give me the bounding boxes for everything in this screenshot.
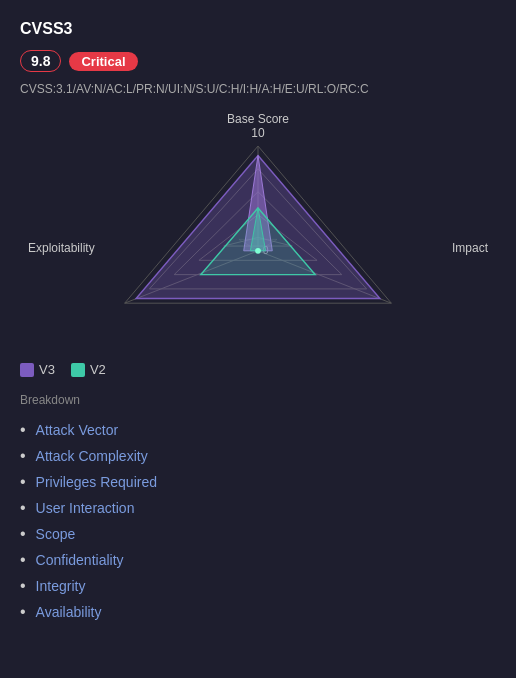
svg-point-14 bbox=[255, 248, 261, 254]
legend-v2-label: V2 bbox=[90, 362, 106, 377]
legend-row: V3 V2 bbox=[20, 362, 496, 377]
item-label: Privileges Required bbox=[36, 474, 157, 490]
radar-chart-container: Base Score 10 Exploitability Impact 0 bbox=[20, 112, 496, 342]
item-label: Integrity bbox=[36, 578, 86, 594]
item-label: Attack Vector bbox=[36, 422, 118, 438]
chart-label-top: Base Score 10 bbox=[227, 112, 289, 140]
badges-row: 9.8 Critical bbox=[20, 50, 496, 72]
severity-badge: Critical bbox=[69, 52, 137, 71]
chart-label-right: Impact bbox=[452, 241, 488, 255]
item-label: User Interaction bbox=[36, 500, 135, 516]
cvss-title: CVSS3 bbox=[20, 20, 496, 38]
item-label: Attack Complexity bbox=[36, 448, 148, 464]
breakdown-list: Attack Vector Attack Complexity Privileg… bbox=[20, 417, 496, 625]
chart-label-left: Exploitability bbox=[28, 241, 95, 255]
legend-v3-icon bbox=[20, 363, 34, 377]
item-label: Availability bbox=[36, 604, 102, 620]
list-item[interactable]: Scope bbox=[20, 521, 496, 547]
list-item[interactable]: Attack Complexity bbox=[20, 443, 496, 469]
list-item[interactable]: Integrity bbox=[20, 573, 496, 599]
list-item[interactable]: Privileges Required bbox=[20, 469, 496, 495]
legend-v2-icon bbox=[71, 363, 85, 377]
item-label: Confidentiality bbox=[36, 552, 124, 568]
breakdown-label: Breakdown bbox=[20, 393, 496, 407]
list-item[interactable]: Availability bbox=[20, 599, 496, 625]
legend-v3: V3 bbox=[20, 362, 55, 377]
legend-v2: V2 bbox=[71, 362, 106, 377]
cvss-string: CVSS:3.1/AV:N/AC:L/PR:N/UI:N/S:U/C:H/I:H… bbox=[20, 82, 496, 96]
list-item[interactable]: User Interaction bbox=[20, 495, 496, 521]
score-badge: 9.8 bbox=[20, 50, 61, 72]
item-label: Scope bbox=[36, 526, 76, 542]
list-item[interactable]: Attack Vector bbox=[20, 417, 496, 443]
cvss-section: CVSS3 9.8 Critical CVSS:3.1/AV:N/AC:L/PR… bbox=[20, 20, 496, 625]
radar-svg: 0 bbox=[108, 127, 408, 327]
legend-v3-label: V3 bbox=[39, 362, 55, 377]
list-item[interactable]: Confidentiality bbox=[20, 547, 496, 573]
